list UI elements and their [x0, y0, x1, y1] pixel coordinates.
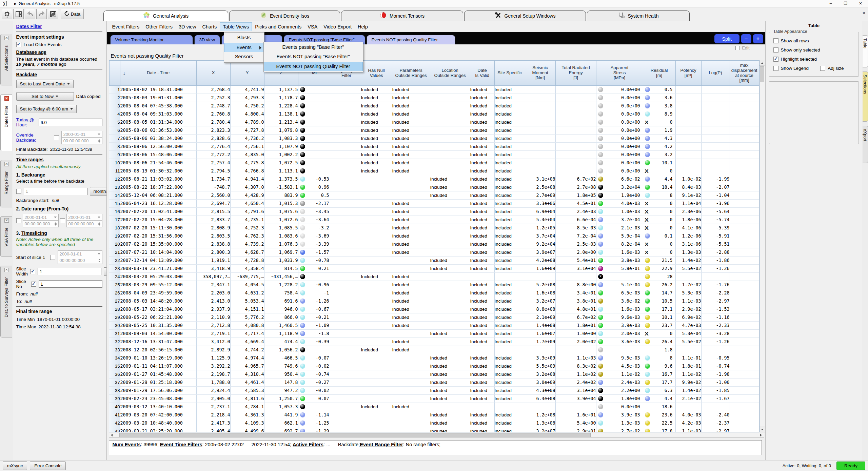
- edit-checkbox[interactable]: [735, 46, 740, 50]
- panel-tab-selections[interactable]: Selections: [863, 71, 868, 122]
- column-header[interactable]: [109, 61, 120, 86]
- close-button[interactable]: ✕: [853, 0, 868, 7]
- view-tab-volume-tracking-monitor[interactable]: Volume Tracking Monitor: [110, 35, 193, 44]
- close-icon[interactable]: ✕: [4, 162, 9, 166]
- table-row[interactable]: 392009-02-23 23:45:08.0002,905.04,811.61…: [109, 395, 759, 403]
- today-hour-link[interactable]: Today @ Hour:: [16, 117, 36, 127]
- menu-item-events-not-passing-quality-filter[interactable]: Events NOT passing Quality Filter: [264, 62, 363, 71]
- set-today-6am-button[interactable]: Set to Today @ 6:00 am: [16, 105, 77, 113]
- sidebar-tab-dates-filter[interactable]: ✕ Dates Filter: [0, 94, 12, 151]
- vertical-scrollbar[interactable]: [760, 60, 765, 432]
- adj-size-checkbox[interactable]: [820, 66, 825, 71]
- table-row[interactable]: 412009-03-20 07:42:00.0002,218.44,361.34…: [109, 411, 759, 419]
- menu-item-sensors[interactable]: Sensors: [224, 52, 264, 62]
- slice-width-input[interactable]: [38, 268, 101, 275]
- backrange-input[interactable]: [24, 188, 87, 195]
- add-view-button[interactable]: +: [753, 34, 763, 43]
- vertical-scroll-thumb[interactable]: [760, 66, 764, 82]
- column-header[interactable]: Location Outside Ranges: [430, 61, 470, 86]
- table-row[interactable]: 32005-08-04 07:45:38.0002,748.74,750.21,…: [109, 102, 759, 110]
- load-older-events-checkbox[interactable]: [16, 42, 21, 47]
- menu-item-events-passing-base-filter[interactable]: Events passing "Base Filter": [264, 43, 363, 52]
- tab-general-analysis[interactable]: General Analysis: [103, 11, 228, 21]
- panel-tab-export[interactable]: eXport: [863, 126, 868, 163]
- slice-start-datetime[interactable]: 2000-01-01 00:00:00.000: [58, 250, 102, 264]
- close-icon[interactable]: ✕: [4, 36, 9, 40]
- table-row[interactable]: 22005-08-03 19:01:31.0002,752.34,793.31,…: [109, 94, 759, 102]
- tab-general-setup-windows[interactable]: General Setup Windows: [464, 11, 586, 21]
- table-row[interactable]: 212007-07-21 10:14:04.0002,800.34,628.71…: [109, 248, 759, 257]
- table-row[interactable]: 262008-04-09 23:49:59.0002,203.04,631.27…: [109, 289, 759, 297]
- slice-no-input[interactable]: [39, 280, 102, 288]
- tab-system-health[interactable]: System Health: [587, 11, 690, 21]
- menu-charts[interactable]: Charts: [199, 22, 220, 31]
- table-row[interactable]: 372009-01-29 01:25:18.0001,788.04,461.41…: [109, 378, 759, 387]
- dates-filter-title-link[interactable]: Dates Filter: [16, 24, 42, 29]
- table-row[interactable]: 182007-02-20 15:11:30.0002,808.94,752.31…: [109, 224, 759, 232]
- show-only-selected-checkbox[interactable]: [773, 47, 778, 53]
- set-last-event-date-button[interactable]: Set to Last Event Date: [16, 80, 74, 88]
- table-row[interactable]: 322008-12-16 13:31:47.0003,412.04,669.44…: [109, 338, 759, 346]
- collapse-panels-icon[interactable]: «: [863, 9, 865, 15]
- data-refresh-button[interactable]: Data: [61, 9, 84, 19]
- table-row[interactable]: 112005-08-19 01:30:32.0002,794.54,766.81…: [109, 167, 759, 175]
- menu-other-filters[interactable]: Other Filters: [142, 22, 176, 31]
- view-tab-events-not-passing-quality-filter[interactable]: Events NOT passing Quality Filter: [367, 35, 455, 44]
- slice-width-checkbox[interactable]: [30, 269, 35, 274]
- highlight-selected-checkbox[interactable]: [773, 57, 778, 62]
- mxsync-button[interactable]: mXsync: [3, 462, 27, 470]
- tab-moment-tensors[interactable]: Moment Tensors: [341, 11, 463, 21]
- column-header[interactable]: Residual [m]: [643, 61, 675, 86]
- close-icon[interactable]: ✕: [4, 96, 9, 101]
- from-date-checkbox[interactable]: [16, 218, 21, 223]
- table-row[interactable]: 222007-12-14 04:13:09.0001,919.14,728.81…: [109, 257, 759, 265]
- table-row[interactable]: 202007-02-20 15:35:00.0002,838.84,739.21…: [109, 240, 759, 248]
- table-row[interactable]: 162007-02-20 11:02:41.0002,815.54,791.61…: [109, 208, 759, 216]
- set-to-now-button[interactable]: Set to Now: [16, 92, 74, 101]
- menu-help[interactable]: Help: [355, 22, 371, 31]
- table-row[interactable]: 72005-08-06 03:38:24.0002,828.64,736.21,…: [109, 135, 759, 143]
- table-row[interactable]: 232008-03-19 23:41:21.0003,418.94,358.48…: [109, 265, 759, 273]
- column-header[interactable]: Apparent Stress [MPa]: [596, 61, 643, 86]
- column-header[interactable]: max displacement at source [mm]: [730, 61, 759, 86]
- table-row[interactable]: 382009-01-29 17:56:06.0002,924.44,585.39…: [109, 387, 759, 395]
- table-row[interactable]: 52005-08-05 01:31:34.0002,780.44,789.01,…: [109, 118, 759, 126]
- backrange-checkbox[interactable]: [16, 189, 21, 194]
- table-row[interactable]: 172007-02-20 15:04:28.0002,833.74,735.11…: [109, 216, 759, 224]
- remove-view-button[interactable]: –: [741, 34, 751, 43]
- table-row[interactable]: 152006-04-23 16:12:28.0002,694.74,650.41…: [109, 200, 759, 208]
- table-row[interactable]: 62005-08-06 03:36:53.0002,823.34,727.81,…: [109, 126, 759, 135]
- column-header[interactable]: Has Null Values: [361, 61, 392, 86]
- column-header[interactable]: Total Radiated Energy [J]: [555, 61, 596, 86]
- slice-no-checkbox[interactable]: [31, 282, 36, 287]
- close-icon[interactable]: ✕: [4, 268, 9, 272]
- column-header[interactable]: Log(P): [701, 61, 730, 86]
- tab-event-density-isos[interactable]: Event Density Isos: [229, 11, 340, 21]
- menu-video-export[interactable]: Video Export: [320, 22, 355, 31]
- table-row[interactable]: 272008-05-03 14:48:20.0002,413.05,053.46…: [109, 297, 759, 305]
- table-row[interactable]: 302008-05-25 10:31:35.0002,712.84,080.81…: [109, 322, 759, 330]
- column-header[interactable]: Seismic Moment [Nm]: [525, 61, 555, 86]
- table-row[interactable]: 192007-02-20 15:31:56.0002,803.54,762.31…: [109, 232, 759, 240]
- table-row[interactable]: 292008-05-22 06:22:21.0002,110.95,776.28…: [109, 313, 759, 322]
- table-row[interactable]: 282008-05-17 03:21:04.0002,937.94,151.19…: [109, 305, 759, 313]
- override-backdate-datetime[interactable]: 2000-01-01 00:00:00.000: [61, 131, 102, 144]
- layout-button[interactable]: [13, 9, 24, 19]
- settings-button[interactable]: [2, 9, 12, 19]
- menu-item-events[interactable]: Events: [224, 43, 264, 52]
- show-legend-checkbox[interactable]: [773, 66, 778, 71]
- horizontal-scroll-thumb[interactable]: [119, 433, 591, 437]
- view-tab-3d-view[interactable]: 3D view: [194, 35, 220, 44]
- table-row[interactable]: 352009-01-11 04:11:07.0003,292.24,965.77…: [109, 362, 759, 370]
- save-button[interactable]: [48, 9, 58, 19]
- menu-vsa[interactable]: VSA: [304, 22, 320, 31]
- to-datetime[interactable]: 2000-01-01 00:00:00.000: [66, 214, 102, 227]
- sidebar-tab-vsa-filter[interactable]: ✕ VSA Filter: [0, 216, 12, 257]
- menu-event-filters[interactable]: Event Filters: [109, 22, 143, 31]
- table-row[interactable]: 332008-12-20 02:56:15.0002,892.94,744.21…: [109, 346, 759, 354]
- scroll-down-icon[interactable]: [760, 427, 765, 432]
- slice-width-unit-button[interactable]: weeks: [104, 267, 106, 276]
- show-all-rows-checkbox[interactable]: [773, 38, 778, 43]
- from-datetime[interactable]: 2000-01-01 00:00:00.000: [23, 214, 59, 227]
- table-row[interactable]: 12005-08-02 19:18:31.0002,768.44,741.91,…: [109, 86, 759, 94]
